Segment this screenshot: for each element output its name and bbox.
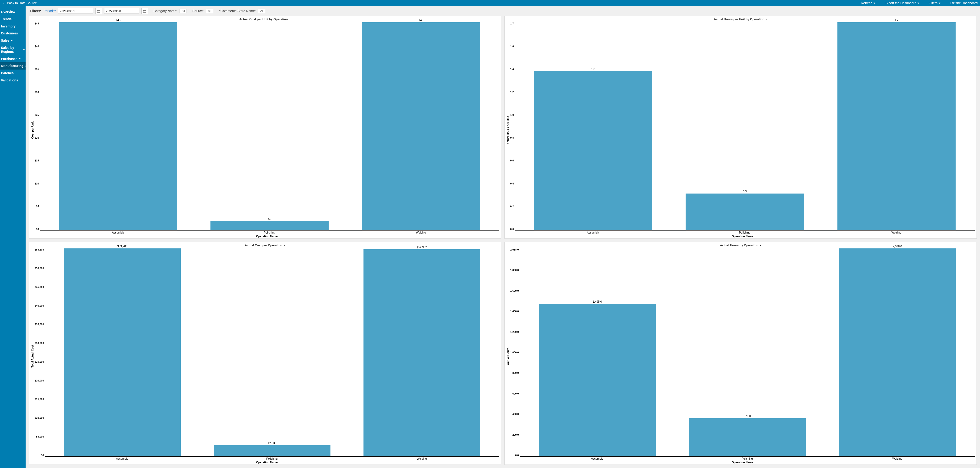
y-tick: 800.0 [512, 372, 519, 374]
y-tick: 2,038.0 [510, 248, 519, 251]
date-from-input[interactable] [58, 8, 93, 14]
sidebar-item-inventory[interactable]: Inventory [0, 23, 25, 30]
y-tick: 1,000.0 [510, 351, 519, 354]
back-to-data-source[interactable]: ← Back to Data Source [2, 1, 37, 5]
bar-polishing[interactable]: 373.0 [672, 248, 822, 456]
y-tick: $35 [35, 68, 39, 70]
bar-polishing[interactable]: $2 [194, 22, 345, 230]
x-tick: Assembly [517, 231, 669, 234]
refresh-menu[interactable]: Refresh [861, 1, 875, 5]
caret-down-icon [11, 40, 13, 41]
caret-down-icon [873, 3, 875, 4]
bar [210, 221, 329, 230]
edit-label: Edit the Dashboard [950, 1, 978, 5]
bar-polishing[interactable]: 0.3 [669, 22, 821, 230]
bar-value-label: 1,495.0 [522, 300, 672, 303]
refresh-label: Refresh [861, 1, 872, 5]
sidebar-item-trends[interactable]: Trends [0, 16, 25, 23]
bar-polishing[interactable]: $2,830 [197, 248, 347, 456]
bar [539, 304, 656, 456]
filters-label: Filters [929, 1, 937, 5]
plot-area: 1.30.31.7 [515, 22, 975, 231]
y-tick: $5 [36, 205, 39, 208]
bar-assembly[interactable]: $45 [42, 22, 194, 230]
y-tick: $15,000 [35, 398, 44, 401]
y-tick: $45,000 [35, 286, 44, 288]
sidebar-item-purchases[interactable]: Purchases [0, 55, 25, 62]
sidebar-item-manufacturing[interactable]: Manufacturing [0, 62, 25, 70]
x-tick: Welding [821, 231, 972, 234]
svg-rect-4 [143, 10, 146, 13]
chart-title: Actual Hours by Operation [720, 244, 758, 247]
y-tick: $25,000 [35, 361, 44, 363]
sidebar-item-sales[interactable]: Sales [0, 37, 25, 44]
export-menu[interactable]: Export the Dashboard [885, 1, 919, 5]
sidebar-item-label: Manufacturing [1, 64, 23, 68]
y-axis-label: Actual Hours per Unit [506, 22, 510, 238]
y-tick: 1,600.0 [510, 290, 519, 292]
y-tick: $35,000 [35, 323, 44, 326]
sidebar-item-validations[interactable]: Validations [0, 77, 25, 84]
y-tick: 0.0 [510, 228, 514, 231]
source-label: Source: [192, 9, 204, 13]
sidebar-item-label: Inventory [1, 24, 16, 29]
svg-rect-0 [97, 10, 100, 13]
caret-down-icon [17, 26, 19, 27]
topbar: ← Back to Data Source Refresh Export the… [0, 0, 980, 6]
date-to-input[interactable] [104, 8, 139, 14]
y-tick: 1.4 [510, 68, 514, 70]
edit-dashboard[interactable]: Edit the Dashboard [950, 1, 978, 5]
y-tick: 1.6 [510, 45, 514, 48]
calendar-from-button[interactable] [95, 8, 102, 14]
sidebar-item-label: Sales [1, 38, 10, 43]
period-dropdown[interactable]: Period: [43, 9, 56, 13]
y-tick: 0.2 [510, 205, 514, 208]
source-filter[interactable]: All [206, 9, 213, 13]
caret-down-icon [284, 245, 285, 246]
bar-value-label: $45 [345, 19, 497, 22]
bar [839, 248, 956, 456]
bar-welding[interactable]: $45 [345, 22, 497, 230]
y-axis-label: Cost per Unit [30, 22, 35, 238]
plot-area: $53,203$2,830$52,952 [45, 248, 499, 457]
plot-area: $45$2$45 [40, 22, 499, 231]
x-tick: Welding [822, 457, 972, 460]
y-tick: 0.8 [510, 137, 514, 139]
bar [837, 22, 956, 230]
bar [686, 194, 804, 230]
y-tick: $15 [35, 159, 39, 162]
x-tick: Polishing [194, 231, 345, 234]
bar-assembly[interactable]: 1,495.0 [522, 248, 672, 456]
filters-menu[interactable]: Filters [929, 1, 940, 5]
y-tick: $0 [36, 228, 39, 231]
x-axis-label: Operation Name [35, 460, 499, 464]
y-tick: 600.0 [512, 392, 519, 395]
bar-welding[interactable]: 2,038.0 [822, 248, 972, 456]
bar-welding[interactable]: $52,952 [347, 248, 497, 456]
x-tick: Assembly [42, 231, 194, 234]
sidebar-item-customers[interactable]: Customers [0, 30, 25, 37]
sidebar-item-overview[interactable]: Overview [0, 8, 25, 16]
caret-down-icon [19, 58, 21, 59]
sidebar-item-sales-by-regions[interactable]: Sales by Regions [0, 44, 25, 55]
y-tick: 1,400.0 [510, 310, 519, 313]
calendar-to-button[interactable] [142, 8, 148, 14]
y-axis-label: Actual Hours [506, 248, 510, 464]
sidebar-item-batches[interactable]: Batches [0, 70, 25, 77]
bar [59, 22, 177, 230]
store-filter[interactable]: All [258, 9, 265, 13]
category-filter[interactable]: All [180, 9, 187, 13]
bar-assembly[interactable]: 1.3 [517, 22, 669, 230]
x-axis: AssemblyPolishingWelding [520, 457, 975, 460]
filters-title: Filters: [30, 9, 41, 13]
y-tick: 1.0 [510, 114, 514, 116]
y-axis-label: Total Actual Cost [30, 248, 35, 464]
sidebar-item-label: Purchases [1, 57, 18, 61]
chart-title: Actual Cost per Operation [245, 244, 282, 247]
charts-grid: Actual Cost per Unit by OperationCost pe… [25, 16, 980, 468]
bar [363, 249, 480, 456]
bar-welding[interactable]: 1.7 [821, 22, 972, 230]
x-axis: AssemblyPolishingWelding [45, 457, 499, 460]
bar-assembly[interactable]: $53,203 [48, 248, 197, 456]
x-tick: Welding [347, 457, 497, 460]
